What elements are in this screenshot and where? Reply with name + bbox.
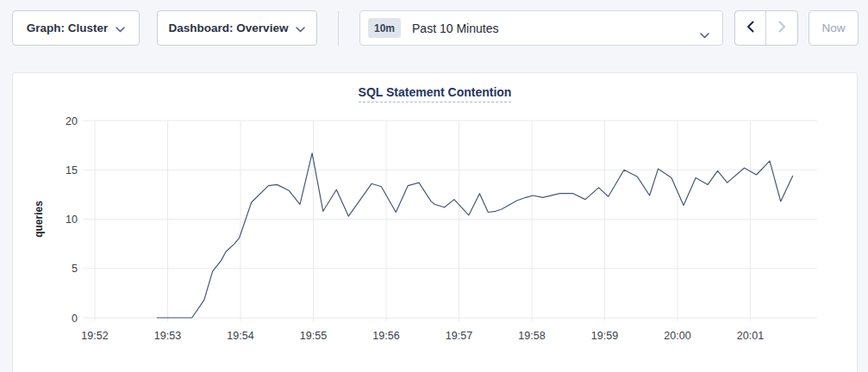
chart-title[interactable]: SQL Statement Contention [359, 85, 512, 102]
chart-title-row: SQL Statement Contention [13, 73, 857, 104]
toolbar-divider [338, 11, 339, 46]
now-button[interactable]: Now [809, 10, 859, 46]
svg-text:20:01: 20:01 [737, 330, 764, 342]
svg-text:19:52: 19:52 [81, 330, 108, 342]
svg-text:19:57: 19:57 [446, 330, 472, 342]
next-time-button[interactable] [766, 11, 797, 45]
chevron-down-icon [296, 22, 305, 35]
svg-text:0: 0 [72, 313, 78, 325]
svg-text:19:58: 19:58 [518, 330, 545, 342]
svg-text:19:56: 19:56 [372, 330, 399, 342]
svg-text:15: 15 [66, 164, 78, 177]
graph-dropdown[interactable]: Graph: Cluster [12, 10, 140, 46]
contention-chart: 0510152019:5219:5319:5419:5519:5619:5719… [13, 104, 857, 356]
time-step-buttons [734, 10, 798, 46]
chevron-right-icon [778, 21, 786, 36]
svg-text:5: 5 [72, 263, 78, 275]
time-range-selector[interactable]: 10m Past 10 Minutes [359, 10, 723, 46]
svg-text:queries: queries [33, 201, 45, 238]
svg-text:20:00: 20:00 [664, 330, 690, 342]
time-range-label: Past 10 Minutes [412, 22, 498, 35]
svg-text:19:54: 19:54 [227, 330, 253, 342]
svg-text:20: 20 [66, 115, 78, 127]
chart-card: SQL Statement Contention 0510152019:5219… [12, 72, 858, 372]
time-range-badge: 10m [368, 18, 401, 38]
svg-text:19:59: 19:59 [591, 330, 618, 342]
svg-text:10: 10 [66, 214, 78, 226]
toolbar: Graph: Cluster Dashboard: Overview 10m P… [0, 0, 868, 62]
chart-line [157, 153, 793, 318]
svg-text:19:53: 19:53 [154, 330, 181, 342]
prev-time-button[interactable] [735, 11, 766, 45]
dashboard-dropdown[interactable]: Dashboard: Overview [157, 10, 317, 46]
chevron-down-icon [116, 22, 125, 35]
chevron-left-icon [746, 21, 754, 36]
graph-dropdown-label: Graph: Cluster [27, 22, 109, 34]
chevron-down-icon [700, 27, 709, 42]
svg-text:19:55: 19:55 [300, 330, 327, 342]
dashboard-dropdown-label: Dashboard: Overview [169, 22, 289, 34]
